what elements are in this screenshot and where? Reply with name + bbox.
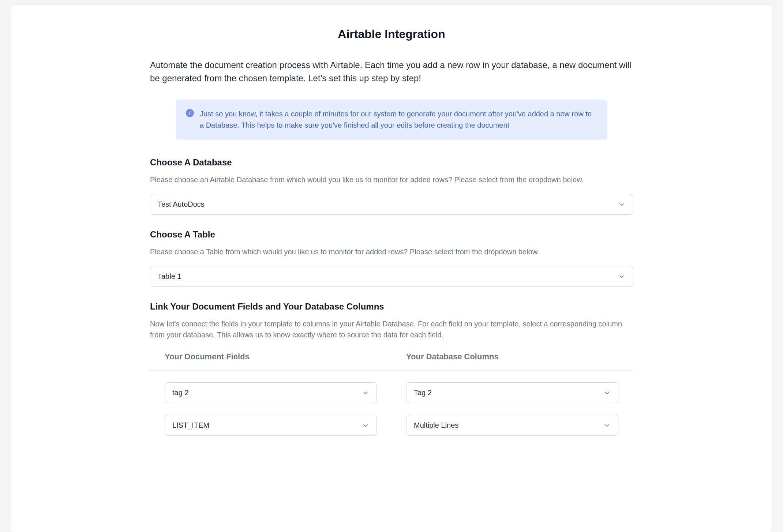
mapping-header-columns: Your Database Columns <box>406 352 618 361</box>
table-select-value: Table 1 <box>158 272 181 281</box>
table-section-description: Please choose a Table from which would y… <box>150 246 633 257</box>
database-column-value: Tag 2 <box>414 389 432 397</box>
document-field-select[interactable]: tag 2 <box>165 382 377 403</box>
content-wrapper: Airtable Integration Automate the docume… <box>135 27 648 436</box>
chevron-down-icon <box>362 422 369 429</box>
database-select[interactable]: Test AutoDocs <box>150 194 633 215</box>
document-field-select[interactable]: LIST_ITEM <box>165 415 377 436</box>
mapping-header-fields: Your Document Fields <box>165 352 377 361</box>
database-section-title: Choose A Database <box>150 157 633 168</box>
document-field-value: LIST_ITEM <box>172 421 209 430</box>
link-section-description: Now let's connect the fields in your tem… <box>150 318 633 340</box>
chevron-down-icon <box>618 273 625 280</box>
link-section: Link Your Document Fields and Your Datab… <box>150 301 633 436</box>
intro-text: Automate the document creation process w… <box>150 59 633 85</box>
database-select-value: Test AutoDocs <box>158 200 205 209</box>
database-column-select[interactable]: Multiple Lines <box>406 415 618 436</box>
mapping-header: Your Document Fields Your Database Colum… <box>150 352 633 371</box>
info-icon: i <box>186 109 194 117</box>
mapping-field-col: tag 2 <box>165 382 377 403</box>
chevron-down-icon <box>603 422 611 429</box>
chevron-down-icon <box>618 201 625 208</box>
database-column-select[interactable]: Tag 2 <box>406 382 618 403</box>
mapping-row: LIST_ITEM Multiple Lines <box>150 415 633 436</box>
mapping-field-col: LIST_ITEM <box>165 415 377 436</box>
table-section-title: Choose A Table <box>150 229 633 240</box>
table-select[interactable]: Table 1 <box>150 266 633 287</box>
database-section: Choose A Database Please choose an Airta… <box>150 157 633 215</box>
database-section-description: Please choose an Airtable Database from … <box>150 174 633 185</box>
chevron-down-icon <box>362 389 369 397</box>
page-title: Airtable Integration <box>150 27 633 41</box>
mapping-column-col: Multiple Lines <box>406 415 618 436</box>
table-section: Choose A Table Please choose a Table fro… <box>150 229 633 287</box>
link-section-title: Link Your Document Fields and Your Datab… <box>150 301 633 312</box>
info-notice: i Just so you know, it takes a couple of… <box>176 100 607 140</box>
mapping-container: Your Document Fields Your Database Colum… <box>150 352 633 436</box>
database-column-value: Multiple Lines <box>414 421 458 430</box>
integration-card: Airtable Integration Automate the docume… <box>11 5 772 532</box>
document-field-value: tag 2 <box>172 389 188 397</box>
chevron-down-icon <box>603 389 611 397</box>
mapping-column-col: Tag 2 <box>406 382 618 403</box>
mapping-row: tag 2 Tag 2 <box>150 382 633 403</box>
info-notice-text: Just so you know, it takes a couple of m… <box>200 108 597 131</box>
